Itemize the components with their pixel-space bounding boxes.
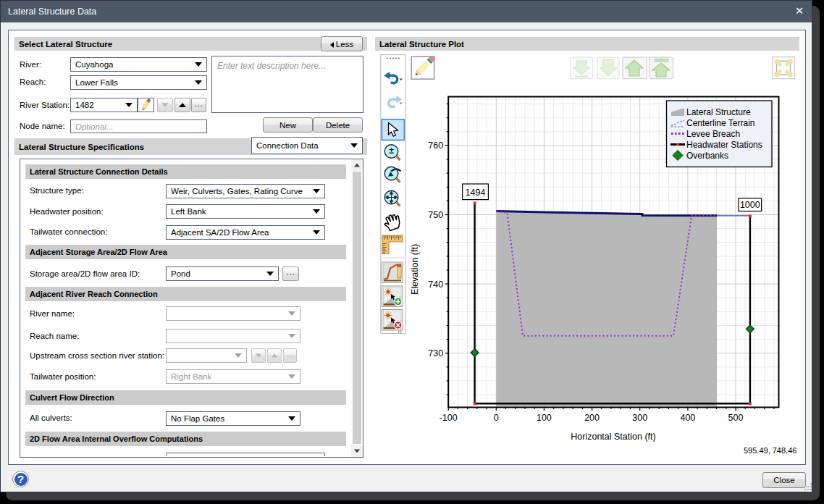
svg-text:Centerline Terrain: Centerline Terrain bbox=[686, 118, 755, 128]
svg-text:Headwater Stations: Headwater Stations bbox=[686, 140, 762, 150]
svg-text:760: 760 bbox=[428, 140, 443, 151]
svg-text:0: 0 bbox=[494, 413, 499, 423]
svg-text:Lateral Structure: Lateral Structure bbox=[686, 107, 751, 117]
svg-text:200: 200 bbox=[584, 413, 600, 423]
svg-text:750: 750 bbox=[428, 210, 443, 220]
svg-text:100: 100 bbox=[537, 413, 552, 423]
svg-text:1000: 1000 bbox=[740, 200, 760, 210]
svg-text:300: 300 bbox=[632, 413, 647, 423]
svg-text:500: 500 bbox=[728, 413, 744, 423]
svg-text:400: 400 bbox=[680, 413, 695, 423]
svg-text:±: ± bbox=[389, 145, 394, 156]
svg-text:1494: 1494 bbox=[466, 188, 486, 198]
svg-text:Levee Breach: Levee Breach bbox=[686, 129, 740, 139]
svg-text:Horizontal Station (ft): Horizontal Station (ft) bbox=[571, 432, 655, 442]
svg-text:Elevation (ft): Elevation (ft) bbox=[410, 244, 420, 295]
svg-text:-100: -100 bbox=[440, 413, 458, 423]
svg-text:740: 740 bbox=[428, 280, 443, 290]
svg-text:730: 730 bbox=[428, 348, 443, 358]
svg-text:Overbanks: Overbanks bbox=[686, 151, 728, 161]
